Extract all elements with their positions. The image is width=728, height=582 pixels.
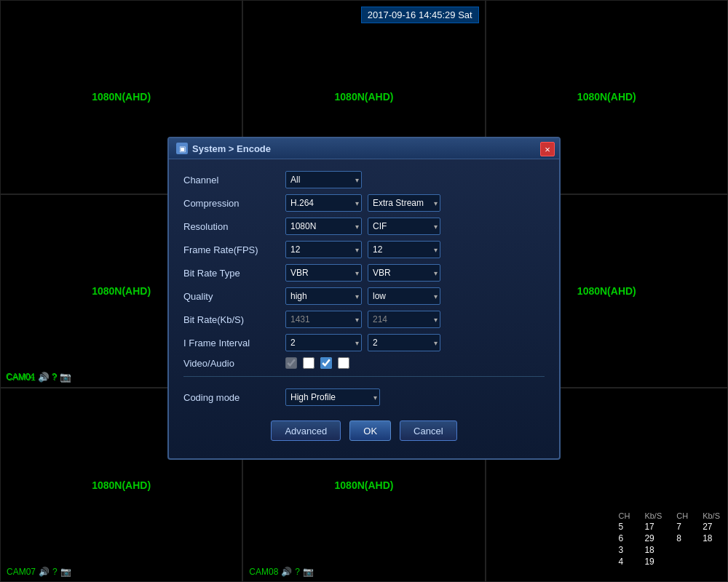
bitrate-type-extra-select[interactable]: VBR <box>368 264 440 282</box>
coding-mode-controls: High Profile Main Profile Baseline <box>285 388 380 406</box>
quality-row: Quality high low <box>183 287 545 305</box>
bitrate-main-wrapper: 1431 <box>285 311 362 328</box>
iframe-row: I Frame Interval 2 2 <box>183 334 545 351</box>
bitrate-type-extra-wrapper: VBR <box>368 264 440 282</box>
resolution-row: Resolution 1080N CIF <box>183 218 545 235</box>
video-checkbox-main[interactable] <box>285 357 297 369</box>
bitrate-type-main-select[interactable]: VBR <box>285 264 362 282</box>
encode-dialog: ▣ System > Encode × Channel All Compress… <box>167 137 561 460</box>
resolution-main-select[interactable]: 1080N <box>285 218 362 235</box>
coding-mode-label: Coding mode <box>183 392 285 403</box>
bitrate-extra-select[interactable]: 214 <box>368 311 440 328</box>
bitrate-label: Bit Rate(Kb/S) <box>183 314 285 325</box>
resolution-main-wrapper: 1080N <box>285 218 362 235</box>
framerate-label: Frame Rate(FPS) <box>183 244 285 255</box>
close-button[interactable]: × <box>540 142 555 156</box>
audio-checkbox-extra[interactable] <box>338 357 349 369</box>
iframe-main-wrapper: 2 <box>285 334 362 351</box>
compression-row: Compression H.264 Extra Stream <box>183 194 545 212</box>
resolution-label: Resolution <box>183 221 285 232</box>
channel-select-wrapper: All <box>285 171 362 188</box>
resolution-extra-wrapper: CIF <box>368 218 440 235</box>
video-checkbox-extra[interactable] <box>320 357 332 369</box>
resolution-extra-select[interactable]: CIF <box>368 218 440 235</box>
ok-button[interactable]: OK <box>349 420 391 441</box>
framerate-row: Frame Rate(FPS) 12 12 <box>183 241 545 258</box>
coding-mode-row: Coding mode High Profile Main Profile Ba… <box>183 388 545 406</box>
quality-main-select[interactable]: high <box>285 287 362 305</box>
dialog-titlebar: ▣ System > Encode × <box>169 138 559 159</box>
bitrate-main-select[interactable]: 1431 <box>285 311 362 328</box>
video-audio-row: Video/Audio <box>183 357 545 369</box>
channel-row: Channel All <box>183 171 545 188</box>
bitrate-row: Bit Rate(Kb/S) 1431 214 <box>183 311 545 328</box>
iframe-extra-wrapper: 2 <box>368 334 440 351</box>
dialog-footer: Advanced OK Cancel <box>183 420 545 448</box>
channel-controls: All <box>285 171 362 188</box>
bitrate-type-controls: VBR VBR <box>285 264 440 282</box>
bitrate-extra-wrapper: 214 <box>368 311 440 328</box>
advanced-button[interactable]: Advanced <box>271 420 341 441</box>
compression-extra-select[interactable]: Extra Stream <box>368 194 440 212</box>
framerate-controls: 12 12 <box>285 241 440 258</box>
dialog-body: Channel All Compression H.264 <box>169 159 559 458</box>
bitrate-type-main-wrapper: VBR <box>285 264 362 282</box>
video-audio-label: Video/Audio <box>183 358 285 369</box>
quality-controls: high low <box>285 287 440 305</box>
framerate-extra-wrapper: 12 <box>368 241 440 258</box>
bitrate-type-row: Bit Rate Type VBR VBR <box>183 264 545 282</box>
iframe-controls: 2 2 <box>285 334 440 351</box>
cancel-button[interactable]: Cancel <box>400 420 456 441</box>
quality-main-wrapper: high <box>285 287 362 305</box>
iframe-extra-select[interactable]: 2 <box>368 334 440 351</box>
channel-label: Channel <box>183 175 285 186</box>
compression-extra-wrapper: Extra Stream <box>368 194 440 212</box>
video-audio-checkboxes <box>285 357 349 369</box>
compression-label: Compression <box>183 198 285 209</box>
iframe-main-select[interactable]: 2 <box>285 334 362 351</box>
compression-main-select[interactable]: H.264 <box>285 194 362 212</box>
framerate-extra-select[interactable]: 12 <box>368 241 440 258</box>
divider <box>183 376 545 377</box>
compression-main-wrapper: H.264 <box>285 194 362 212</box>
coding-mode-select[interactable]: High Profile Main Profile Baseline <box>285 388 380 406</box>
bitrate-controls: 1431 214 <box>285 311 440 328</box>
coding-mode-select-wrapper: High Profile Main Profile Baseline <box>285 388 380 406</box>
audio-checkbox-main[interactable] <box>303 357 314 369</box>
dialog-title-text: System > Encode <box>192 143 271 154</box>
compression-controls: H.264 Extra Stream <box>285 194 440 212</box>
modal-overlay: ▣ System > Encode × Channel All Compress… <box>0 0 728 582</box>
channel-select[interactable]: All <box>285 171 362 188</box>
quality-extra-select[interactable]: low <box>368 287 440 305</box>
quality-label: Quality <box>183 291 285 302</box>
resolution-controls: 1080N CIF <box>285 218 440 235</box>
bitrate-type-label: Bit Rate Type <box>183 268 285 279</box>
framerate-main-wrapper: 12 <box>285 241 362 258</box>
framerate-main-select[interactable]: 12 <box>285 241 362 258</box>
dialog-title-icon: ▣ <box>176 143 188 154</box>
iframe-label: I Frame Interval <box>183 338 285 348</box>
quality-extra-wrapper: low <box>368 287 440 305</box>
